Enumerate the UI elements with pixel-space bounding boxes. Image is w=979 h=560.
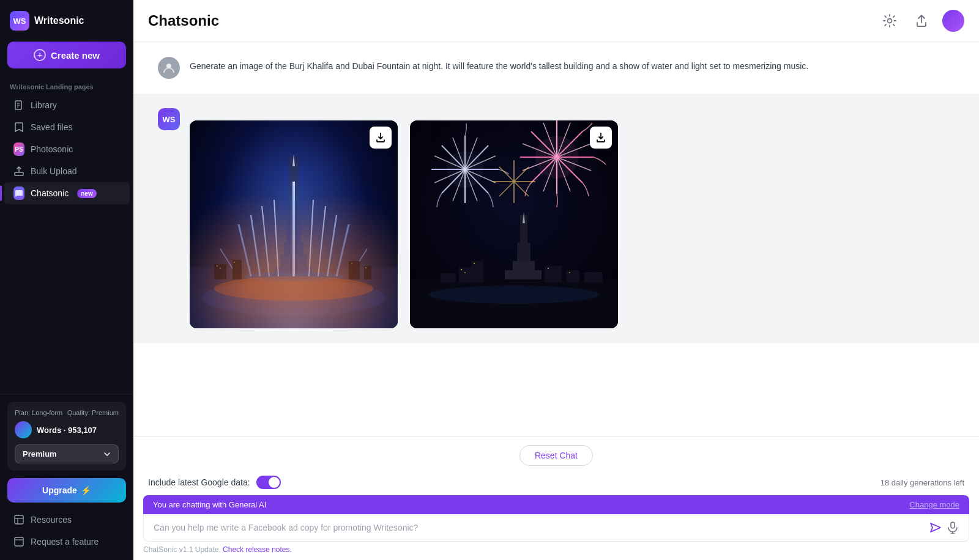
user-message: Generate an image of the Burj Khalifa an… (133, 42, 979, 94)
user-avatar[interactable] (942, 10, 964, 32)
svg-rect-35 (190, 120, 398, 328)
svg-line-27 (274, 200, 278, 276)
image-card-2 (410, 120, 618, 328)
words-number: 953,107 (68, 426, 97, 435)
image-card-1 (190, 120, 398, 328)
topbar: Chatsonic (133, 0, 979, 42)
sidebar-item-resources[interactable]: Resources (4, 509, 130, 531)
release-notes-link[interactable]: Check release notes. (223, 545, 292, 554)
chat-mode-bar: You are chatting with General AI Change … (143, 495, 969, 514)
svg-rect-58 (584, 272, 603, 282)
svg-point-23 (245, 271, 343, 281)
svg-line-25 (251, 215, 260, 276)
fireworks-visual (410, 120, 618, 328)
svg-rect-108 (951, 522, 955, 528)
sidebar-bottom: Plan: Long-form Quality: Premium Words ·… (0, 394, 133, 560)
logo-icon: WS (10, 11, 29, 31)
svg-rect-102 (464, 272, 466, 273)
svg-rect-105 (569, 272, 570, 273)
svg-line-26 (262, 206, 269, 276)
svg-point-42 (220, 268, 221, 269)
google-data-row: Include latest Google data: 18 daily gen… (133, 472, 979, 495)
fountain-visual (190, 120, 398, 328)
svg-rect-56 (545, 266, 562, 282)
ai-avatar: WS (158, 108, 180, 130)
svg-line-24 (239, 224, 251, 276)
chevron-down-icon (103, 451, 111, 458)
quality-label: Quality: Premium (67, 409, 119, 416)
svg-rect-15 (190, 120, 398, 328)
premium-label: Premium (23, 449, 57, 459)
svg-point-43 (234, 262, 235, 263)
book-icon (13, 100, 24, 111)
sidebar-item-request-feature[interactable]: Request a feature (4, 531, 130, 553)
premium-select[interactable]: Premium (15, 444, 119, 463)
sidebar-item-library[interactable]: Library (4, 94, 130, 116)
svg-line-34 (349, 249, 367, 278)
generations-left: 18 daily generations left (880, 478, 964, 487)
svg-rect-18 (284, 243, 303, 279)
chat-input[interactable] (154, 523, 925, 532)
fountain-svg (190, 120, 398, 328)
chat-input-area (143, 514, 969, 542)
svg-rect-20 (275, 267, 312, 279)
plan-label: Plan: Long-form (15, 409, 62, 416)
svg-rect-51 (505, 270, 542, 279)
user-icon (163, 62, 175, 74)
bottom-area: Reset Chat Include latest Google data: 1… (133, 436, 979, 560)
reset-chat-button[interactable]: Reset Chat (519, 445, 593, 466)
svg-rect-21 (263, 273, 324, 279)
svg-rect-8 (15, 537, 23, 546)
share-button[interactable] (910, 10, 932, 32)
svg-point-45 (365, 267, 367, 268)
mic-button[interactable] (947, 521, 959, 534)
chat-area: Generate an image of the Burj Khalifa an… (133, 42, 979, 436)
words-row: Words · 953,107 (15, 421, 119, 438)
images-grid (190, 120, 955, 328)
plan-info: Plan: Long-form Quality: Premium Words ·… (7, 402, 126, 471)
sidebar-item-resources-label: Resources (31, 515, 72, 525)
download-button-1[interactable] (370, 127, 392, 149)
svg-rect-13 (190, 267, 398, 328)
sidebar-item-saved-label: Saved files (31, 122, 72, 132)
sidebar-item-saved-files[interactable]: Saved files (4, 116, 130, 138)
plan-row: Plan: Long-form Quality: Premium (15, 409, 119, 416)
svg-rect-17 (286, 218, 301, 279)
words-separator: · (64, 426, 68, 435)
create-new-button[interactable]: + Create new (7, 42, 126, 68)
google-data-toggle[interactable] (256, 476, 281, 489)
user-message-content: Generate an image of the Burj Khalifa an… (190, 57, 955, 79)
ai-message-content (190, 108, 955, 328)
share-icon (915, 14, 928, 28)
sidebar-item-chatsonic[interactable]: Chatsonic new (4, 182, 130, 204)
upgrade-button[interactable]: Upgrade ⚡ (7, 478, 126, 503)
sidebar: WS Writesonic + Create new Writesonic La… (0, 0, 133, 560)
sidebar-item-photosonic[interactable]: PS Photosonic (4, 138, 130, 160)
words-count: Words · 953,107 (37, 426, 97, 435)
toggle-thumb (269, 477, 280, 488)
words-label: Words (37, 426, 61, 435)
svg-rect-37 (214, 264, 226, 279)
change-mode-button[interactable]: Change mode (909, 500, 959, 509)
svg-rect-55 (441, 273, 456, 282)
upgrade-label: Upgrade (42, 485, 77, 495)
sidebar-section-label: Writesonic Landing pages (0, 78, 133, 94)
svg-rect-12 (190, 120, 398, 328)
version-text: ChatSonic v1.1 Update. (143, 545, 221, 554)
resource-icon (13, 514, 24, 525)
download-button-2[interactable] (590, 127, 612, 149)
sidebar-item-chatsonic-label: Chatsonic (31, 188, 69, 198)
settings-button[interactable] (879, 10, 901, 32)
ai-message: WS (133, 94, 979, 343)
svg-point-36 (214, 276, 373, 301)
sidebar-item-bulk-upload[interactable]: Bulk Upload (4, 160, 130, 182)
upload-icon (13, 166, 24, 177)
svg-marker-22 (292, 154, 295, 166)
app-name: Writesonic (34, 15, 84, 26)
send-button[interactable] (929, 521, 942, 534)
page-title: Chatsonic (148, 12, 219, 29)
svg-line-31 (327, 215, 337, 276)
user-message-text: Generate an image of the Burj Khalifa an… (190, 59, 955, 73)
lightning-icon: ⚡ (81, 485, 91, 495)
sidebar-item-photosonic-label: Photosonic (31, 144, 73, 154)
